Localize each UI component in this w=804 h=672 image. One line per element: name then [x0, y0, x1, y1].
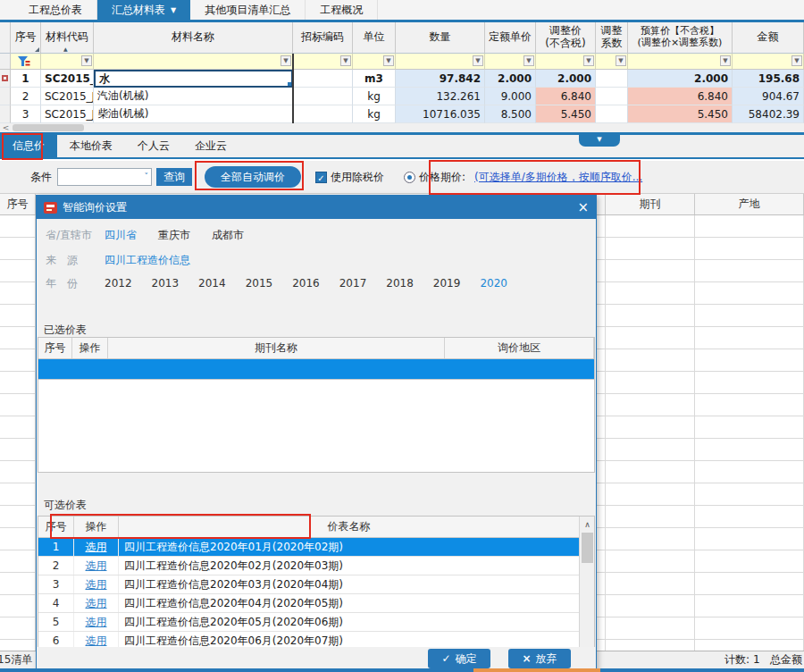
selected-empty-row[interactable] [38, 359, 594, 380]
filter-dropdown-icon[interactable]: ▼ [720, 55, 731, 66]
year-2014[interactable]: 2014 [198, 277, 226, 290]
header-adjust-coef[interactable]: 调整 系数 [596, 22, 628, 54]
cell-bid-code[interactable] [293, 70, 353, 88]
horizontal-scrollbar[interactable]: < [0, 123, 804, 132]
cell-quantity[interactable]: 97.842 [396, 70, 485, 88]
filter-code-cell[interactable]: ▼ [41, 54, 94, 70]
collapse-panel-button[interactable]: ▼ [579, 135, 620, 147]
tax-checkbox[interactable]: ✓ [315, 172, 327, 183]
dialog-title-bar[interactable]: 智能询价设置 × [37, 196, 596, 219]
cell-budget-price[interactable]: 6.840 [628, 88, 733, 105]
cell-material-code[interactable]: SC2015_JX00 [41, 105, 94, 123]
list-item[interactable]: 3 选用 四川工程造价信息2020年03月(2020年04期) [38, 575, 594, 594]
select-link[interactable]: 选用 [74, 538, 119, 556]
table-row[interactable]: 1 SC2015_200 水 m3 97.842 2.000 2.000 2.0… [0, 70, 804, 88]
tab-info-price[interactable]: 信息价 [0, 135, 57, 157]
header-quantity[interactable]: 数量 [396, 22, 485, 54]
bg-header-seq[interactable]: 序号 [0, 194, 36, 214]
condition-combobox[interactable]: ˅ [57, 168, 152, 186]
cell-amount[interactable]: 58402.39 [733, 105, 804, 123]
year-2012[interactable]: 2012 [105, 277, 132, 290]
cell-base-price[interactable]: 2.000 [485, 70, 536, 88]
select-link[interactable]: 选用 [74, 613, 119, 631]
tab-local-price[interactable]: 本地价表 [57, 135, 125, 157]
source-option[interactable]: 四川工程造价信息 [105, 253, 190, 268]
region-option-sichuan[interactable]: 四川省 [105, 228, 137, 243]
close-icon[interactable]: × [577, 201, 589, 214]
filter-adj-cell[interactable]: ▼ [536, 54, 596, 70]
filter-amount-cell[interactable]: ▼ [733, 54, 804, 70]
filter-dropdown-icon[interactable]: ▼ [383, 55, 394, 66]
filter-qty-cell[interactable]: ▼ [396, 54, 485, 70]
header-material-name[interactable]: 材料名称 [94, 22, 293, 54]
table-row[interactable]: 2 SC2015_JX00 汽油(机械) kg 132.261 9.000 6.… [0, 88, 804, 105]
list-item[interactable]: 1 选用 四川工程造价信息2020年01月(2020年02期) [38, 538, 594, 557]
cell-adjusted-price[interactable]: 6.840 [536, 88, 596, 105]
filter-bid-cell[interactable]: ▼ [293, 54, 353, 70]
price-period-radio[interactable] [404, 172, 415, 183]
cell-budget-price[interactable]: 5.450 [628, 105, 733, 123]
filter-dropdown-icon[interactable]: ▼ [791, 55, 802, 66]
cell-material-name[interactable]: 汽油(机械) [94, 88, 293, 105]
select-link[interactable]: 选用 [74, 594, 119, 612]
scrollbar-thumb[interactable] [13, 124, 84, 131]
tab-material-summary[interactable]: 汇总材料表 ▼ [97, 0, 190, 20]
period-select-link[interactable]: (可选择单/多期价格，按顺序取价... [474, 170, 642, 185]
cell-quantity[interactable]: 132.261 [396, 88, 485, 105]
scroll-up-icon[interactable]: ∧ [580, 518, 595, 532]
cell-unit[interactable]: kg [353, 105, 396, 123]
cell-adjusted-price[interactable]: 2.000 [536, 70, 596, 88]
filter-coef-cell[interactable]: ▼ [596, 54, 628, 70]
year-2020[interactable]: 2020 [480, 277, 507, 290]
filter-dropdown-icon[interactable]: ▼ [81, 55, 92, 66]
year-2013[interactable]: 2013 [152, 277, 180, 290]
filter-dropdown-icon[interactable]: ▼ [616, 55, 626, 66]
cell-unit[interactable]: kg [353, 88, 396, 105]
header-amount[interactable]: 金额 [733, 22, 804, 54]
cell-amount[interactable]: 904.67 [733, 88, 804, 105]
cancel-button[interactable]: ×放弃 [508, 649, 571, 668]
select-link[interactable]: 选用 [74, 575, 119, 593]
filter-dropdown-icon[interactable]: ▼ [281, 55, 291, 66]
header-budget-price[interactable]: 预算价【不含税】 (调整价×调整系数) [628, 22, 733, 54]
scroll-left-icon[interactable]: < [0, 123, 12, 132]
table-row[interactable]: 3 SC2015_JX00 柴油(机械) kg 10716.035 8.500 … [0, 105, 804, 123]
cell-material-code[interactable]: SC2015_JX00 [41, 88, 94, 105]
header-material-code[interactable]: 材料代码▲ [41, 22, 94, 54]
ok-button[interactable]: ✓确定 [428, 649, 490, 668]
filter-budget-cell[interactable]: ▼ [628, 54, 733, 70]
header-unit[interactable]: 单位 [353, 22, 396, 54]
cell-budget-price[interactable]: 2.000 [628, 70, 733, 88]
tab-project-total[interactable]: 工程总价表 [14, 0, 97, 20]
year-2018[interactable]: 2018 [386, 277, 414, 290]
cell-adjusted-price[interactable]: 5.450 [536, 105, 596, 123]
cell-seq[interactable]: 2 [11, 88, 41, 105]
filter-dropdown-icon[interactable]: ▼ [473, 55, 483, 66]
list-item[interactable]: 2 选用 四川工程造价信息2020年02月(2020年03期) [38, 557, 594, 575]
cell-adjust-coef[interactable] [596, 88, 628, 105]
scrollbar-thumb[interactable] [582, 533, 593, 563]
cell-quantity[interactable]: 10716.035 [396, 105, 485, 123]
filter-seq-cell[interactable] [11, 54, 41, 70]
cell-seq[interactable]: 1 [11, 70, 41, 88]
bg-header-journal[interactable]: 期刊 [606, 194, 695, 214]
list-item[interactable]: 4 选用 四川工程造价信息2020年04月(2020年05期) [38, 594, 594, 613]
header-seq[interactable]: 序号 [11, 22, 41, 54]
cell-unit[interactable]: m3 [353, 70, 396, 88]
year-2017[interactable]: 2017 [339, 277, 367, 290]
region-option-chongqing[interactable]: 重庆市 [158, 228, 190, 243]
cell-material-name[interactable]: 柴油(机械) [94, 105, 293, 123]
cell-material-code[interactable]: SC2015_200 [41, 70, 94, 88]
filter-unit-cell[interactable]: ▼ [353, 54, 396, 70]
cell-adjust-coef[interactable] [596, 70, 628, 88]
header-base-price[interactable]: 定额单价 [485, 22, 536, 54]
query-button[interactable]: 查询 [156, 168, 192, 186]
cell-amount[interactable]: 195.68 [733, 70, 804, 88]
year-2015[interactable]: 2015 [246, 277, 273, 290]
tab-personal-cloud[interactable]: 个人云 [125, 135, 182, 157]
year-2016[interactable]: 2016 [292, 277, 320, 290]
tab-enterprise-cloud[interactable]: 企业云 [182, 135, 239, 157]
filter-name-cell[interactable]: ▼ [94, 54, 293, 70]
tab-project-overview[interactable]: 工程概况 [306, 0, 378, 20]
filter-dropdown-icon[interactable]: ▼ [340, 55, 351, 66]
